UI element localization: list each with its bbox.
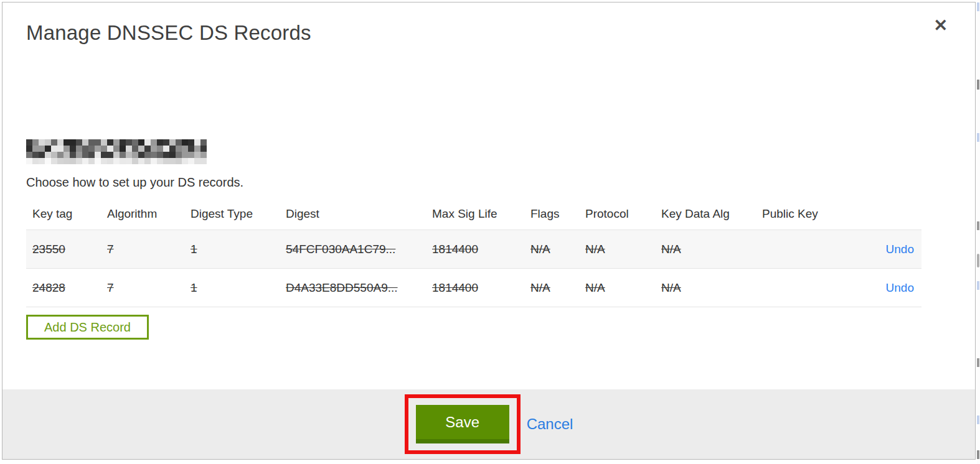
redaction-pixel <box>132 158 138 164</box>
redaction-pixel <box>39 139 45 146</box>
redaction-pixel <box>132 146 138 152</box>
redaction-pixel <box>101 139 107 146</box>
undo-link[interactable]: Undo <box>886 243 914 256</box>
redaction-pixel <box>188 146 194 152</box>
cell-value: D4A33E8DD550A9... <box>286 281 398 294</box>
redaction-pixel <box>113 152 120 158</box>
redaction-pixel <box>95 139 101 146</box>
redaction-pixel <box>157 139 163 146</box>
redaction-pixel <box>113 139 120 146</box>
action-cell: Undo <box>843 230 921 269</box>
redaction-pixel <box>70 146 76 152</box>
redaction-pixel <box>45 152 51 158</box>
redaction-pixel <box>132 139 138 146</box>
redaction-pixel <box>107 146 113 152</box>
redaction-pixel <box>200 158 207 164</box>
redaction-pixel <box>188 152 194 158</box>
subtitle-text: Choose how to set up your DS records. <box>26 175 951 190</box>
redaction-pixel <box>176 139 182 146</box>
table-cell: 23550 <box>26 230 101 269</box>
redaction-pixel <box>45 139 51 146</box>
table-cell: D4A33E8DD550A9... <box>280 269 426 307</box>
redaction-pixel <box>51 158 57 164</box>
redaction-pixel <box>95 158 101 164</box>
column-header: Public Key <box>756 200 843 230</box>
redaction-pixel <box>120 139 126 146</box>
scrollbar-thumb[interactable] <box>977 254 979 267</box>
redaction-pixel <box>32 152 39 158</box>
background-content-fragment <box>977 281 979 290</box>
add-ds-record-button[interactable]: Add DS Record <box>26 315 149 340</box>
redaction-pixel <box>76 158 82 164</box>
cell-value: 1814400 <box>432 281 478 294</box>
column-header-actions <box>843 200 921 230</box>
redaction-pixel <box>82 152 88 158</box>
save-button[interactable]: Save <box>416 405 509 443</box>
redaction-pixel <box>144 146 151 152</box>
background-content-fragment <box>977 221 979 230</box>
redaction-pixel <box>138 139 144 146</box>
cell-value: 7 <box>107 281 114 294</box>
redaction-pixel <box>57 146 64 152</box>
redaction-pixel <box>51 139 57 146</box>
redaction-pixel <box>57 139 64 146</box>
redaction-pixel <box>39 146 45 152</box>
column-header: Key tag <box>26 200 101 230</box>
redaction-pixel <box>70 158 76 164</box>
redaction-pixel <box>82 158 88 164</box>
redaction-pixel <box>138 158 144 164</box>
redaction-pixel <box>51 152 57 158</box>
redaction-pixel <box>126 139 132 146</box>
redaction-pixel <box>45 146 51 152</box>
table-cell: N/A <box>579 230 655 269</box>
cell-value: N/A <box>585 281 605 294</box>
table-cell: 1814400 <box>426 269 524 307</box>
redaction-pixel <box>95 152 101 158</box>
column-header: Protocol <box>579 200 655 230</box>
redaction-pixel <box>45 158 51 164</box>
redaction-pixel <box>107 158 113 164</box>
redaction-pixel <box>169 158 176 164</box>
redaction-pixel <box>88 158 95 164</box>
action-cell: Undo <box>843 269 921 307</box>
redaction-pixel <box>26 152 32 158</box>
redaction-pixel <box>39 158 45 164</box>
cancel-link[interactable]: Cancel <box>527 415 573 433</box>
redaction-pixel <box>120 152 126 158</box>
redaction-pixel <box>194 152 200 158</box>
background-content-fragment <box>977 2 979 11</box>
table-header-row: Key tagAlgorithmDigest TypeDigestMax Sig… <box>26 200 921 230</box>
redaction-pixel <box>57 158 64 164</box>
table-cell: 7 <box>101 269 184 307</box>
redaction-pixel <box>182 152 188 158</box>
redaction-pixel <box>126 158 132 164</box>
background-page-sliver <box>977 0 980 464</box>
redaction-pixel <box>151 152 157 158</box>
redaction-pixel <box>163 152 169 158</box>
redaction-pixel <box>151 139 157 146</box>
redacted-domain-name <box>26 139 207 164</box>
table-cell: N/A <box>524 230 579 269</box>
redaction-pixel <box>163 146 169 152</box>
redaction-pixel <box>32 146 39 152</box>
table-cell <box>756 269 843 307</box>
redaction-pixel <box>101 146 107 152</box>
redaction-pixel <box>26 146 32 152</box>
table-cell: N/A <box>655 269 756 307</box>
redaction-pixel <box>64 139 70 146</box>
close-icon[interactable]: ✕ <box>933 17 948 34</box>
redaction-pixel <box>182 158 188 164</box>
undo-link[interactable]: Undo <box>886 281 914 294</box>
cell-value: N/A <box>661 281 681 294</box>
redaction-pixel <box>39 152 45 158</box>
redaction-pixel <box>126 152 132 158</box>
redaction-pixel <box>70 139 76 146</box>
table-cell: N/A <box>579 269 655 307</box>
page-title: Manage DNSSEC DS Records <box>26 2 951 45</box>
redaction-pixel <box>163 139 169 146</box>
redaction-pixel <box>113 158 120 164</box>
cell-value: 24828 <box>32 281 65 294</box>
redaction-pixel <box>82 146 88 152</box>
redaction-pixel <box>176 158 182 164</box>
redaction-pixel <box>132 152 138 158</box>
